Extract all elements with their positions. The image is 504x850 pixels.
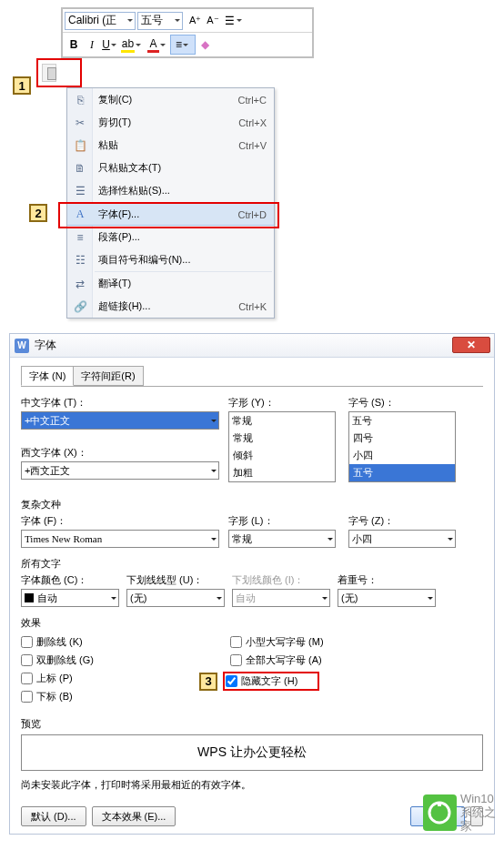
checkbox-label: 小型大写字母 (M) — [246, 635, 324, 649]
default-button[interactable]: 默认 (D)... — [21, 806, 86, 826]
checkbox-label: 上标 (P) — [36, 672, 73, 685]
line-spacing-icon: ☰ — [225, 15, 235, 27]
menu-shortcut: Ctrl+X — [238, 117, 267, 128]
menu-item-paste-text[interactable]: 🗎 只粘贴文本(T) — [67, 157, 274, 179]
menu-label: 字体(F)... — [98, 207, 139, 221]
hidden-checkbox[interactable]: 隐藏文字 (H) — [226, 674, 297, 688]
annotation-box-1 — [36, 58, 82, 87]
menu-item-cut[interactable]: ✂ 剪切(T) Ctrl+X — [67, 111, 274, 134]
complex-size-combo[interactable]: 小四 — [348, 530, 456, 548]
caret-down-icon — [136, 44, 141, 46]
cn-font-combo[interactable]: +中文正文 — [21, 411, 219, 430]
eraser-button[interactable]: ◆ — [196, 35, 214, 55]
complex-font-label: 字体 (F)： — [21, 514, 219, 528]
menu-item-bullets[interactable]: ☷ 项目符号和编号(N)... — [67, 248, 274, 271]
caret-down-icon — [211, 470, 217, 472]
combo-value: (无) — [130, 592, 146, 605]
caret-down-icon — [111, 597, 116, 600]
menu-item-translate[interactable]: ⇄ 翻译(T) — [67, 272, 274, 295]
grow-font-button[interactable]: A⁺ — [189, 11, 201, 31]
emphasis-label: 着重号： — [338, 573, 436, 587]
list-item[interactable]: 五号 — [349, 464, 455, 481]
list-item[interactable]: 常规 — [229, 430, 335, 447]
menu-shortcut: Ctrl+C — [238, 95, 267, 106]
cut-icon: ✂ — [73, 116, 87, 129]
style-label: 字形 (Y)： — [228, 396, 336, 410]
preview-note: 尚未安装此字体，打印时将采用最相近的有效字体。 — [21, 778, 483, 792]
menu-item-hyperlink[interactable]: 🔗 超链接(H)... Ctrl+K — [67, 295, 274, 318]
align-button[interactable]: ≡ — [170, 35, 196, 55]
menu-label: 翻译(T) — [98, 277, 131, 290]
preview-box: WPS 让办公更轻松 — [21, 734, 483, 771]
underline-combo[interactable]: (无) — [126, 589, 225, 607]
fontcolor-combo[interactable]: 自动 — [21, 589, 119, 607]
bold-button[interactable]: B — [65, 35, 83, 55]
menu-item-font[interactable]: 2 A 字体(F)... Ctrl+D — [67, 203, 274, 226]
text-effect-button[interactable]: 文本效果 (E)... — [92, 806, 176, 826]
emphasis-combo[interactable]: (无) — [338, 589, 436, 607]
list-item[interactable]: 倾斜 — [229, 447, 335, 464]
tab-font[interactable]: 字体 (N) — [21, 366, 74, 386]
font-icon: A — [73, 207, 87, 221]
combo-value: Times New Roman — [25, 533, 102, 544]
font-name-combo[interactable]: Calibri (正 — [65, 12, 136, 30]
eraser-icon: ◆ — [201, 38, 209, 51]
menu-item-paste-special[interactable]: ☰ 选择性粘贴(S)... — [67, 179, 274, 202]
combo-value: 自动 — [236, 592, 256, 605]
size-listbox[interactable]: 四号 小四 五号 — [348, 430, 456, 482]
complex-style-combo[interactable]: 常规 — [228, 530, 336, 548]
combo-value: 小四 — [352, 532, 372, 546]
underlinecolor-combo: 自动 — [232, 589, 330, 607]
tab-spacing[interactable]: 字符间距(R) — [73, 366, 143, 386]
menu-item-copy[interactable]: ⎘ 复制(C) Ctrl+C — [67, 88, 274, 111]
menu-label: 段落(P)... — [98, 230, 140, 244]
style-input[interactable]: 常规 — [228, 411, 336, 430]
caret-down-icon — [322, 597, 328, 600]
subscript-checkbox[interactable]: 下标 (B) — [21, 690, 230, 703]
menu-label: 只粘贴文本(T) — [98, 161, 161, 175]
menu-shortcut: Ctrl+V — [238, 140, 267, 151]
font-color-button[interactable]: A — [145, 35, 170, 55]
close-button[interactable]: ✕ — [452, 337, 490, 353]
watermark-text: Win10系统之家 — [460, 792, 504, 833]
caret-down-icon — [237, 19, 242, 22]
translate-icon: ⇄ — [73, 278, 87, 290]
highlight-button[interactable]: ab — [119, 35, 145, 55]
underline-button[interactable]: U — [101, 35, 119, 55]
combo-value: (无) — [341, 592, 358, 605]
shrink-font-button[interactable]: A⁻ — [207, 11, 218, 31]
menu-label: 选择性粘贴(S)... — [98, 184, 170, 197]
strike-checkbox[interactable]: 删除线 (K) — [21, 635, 230, 649]
paste-icon: 📋 — [73, 139, 87, 152]
alltext-section-label: 所有文字 — [21, 557, 483, 571]
style-listbox[interactable]: 常规 倾斜 加粗 — [228, 430, 336, 482]
caret-down-icon — [183, 44, 188, 46]
fontcolor-label: 字体颜色 (C)： — [21, 573, 119, 587]
size-input[interactable]: 五号 — [348, 411, 456, 430]
combo-value: 五号 — [352, 414, 372, 428]
smallcaps-checkbox[interactable]: 小型大写字母 (M) — [230, 635, 324, 649]
list-item[interactable]: 加粗 — [229, 464, 335, 481]
list-item[interactable]: 小四 — [349, 447, 455, 464]
cn-font-label: 中文字体 (T)： — [21, 396, 219, 410]
caret-down-icon — [428, 597, 433, 600]
caret-down-icon — [448, 538, 453, 541]
checkbox-label: 双删除线 (G) — [36, 653, 94, 667]
italic-button[interactable]: I — [83, 35, 101, 55]
menu-item-paste[interactable]: 📋 粘贴 Ctrl+V — [67, 134, 274, 157]
font-size-combo[interactable]: 五号 — [137, 12, 183, 30]
dblstrike-checkbox[interactable]: 双删除线 (G) — [21, 653, 230, 667]
dialog-titlebar[interactable]: W 字体 ✕ — [10, 334, 494, 358]
caret-down-icon — [160, 44, 166, 46]
list-item[interactable]: 四号 — [349, 430, 455, 447]
svg-rect-2 — [438, 803, 441, 806]
west-font-combo[interactable]: +西文正文 — [21, 461, 219, 480]
complex-font-combo[interactable]: Times New Roman — [21, 530, 219, 548]
menu-shortcut: Ctrl+K — [238, 301, 267, 312]
watermark: Win10系统之家 — [423, 792, 504, 833]
menu-item-paragraph[interactable]: ≡ 段落(P)... — [67, 226, 274, 248]
line-spacing-button[interactable]: ☰ — [225, 11, 244, 31]
combo-value: +中文正文 — [25, 414, 70, 428]
allcaps-checkbox[interactable]: 全部大写字母 (A) — [230, 653, 324, 667]
combo-value: +西文正文 — [25, 464, 70, 478]
